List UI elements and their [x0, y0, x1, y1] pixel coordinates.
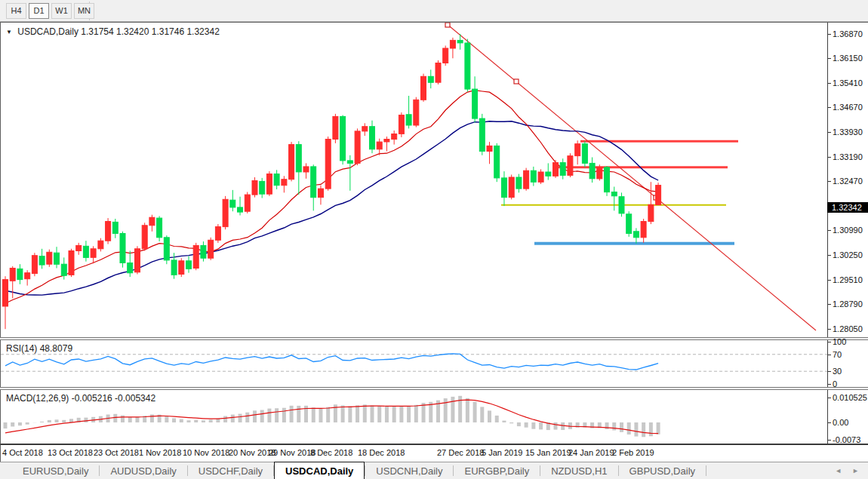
candle — [597, 167, 602, 179]
candle — [582, 144, 587, 164]
candle — [157, 218, 162, 238]
candle — [179, 261, 184, 275]
tab-usdcnh[interactable]: USDCNH,Daily — [365, 462, 453, 479]
price-axis-label: 1.36870 — [833, 29, 863, 38]
trendline[interactable] — [445, 23, 816, 330]
trendline-handle[interactable] — [514, 79, 519, 84]
candle — [69, 251, 74, 275]
candle — [98, 241, 103, 249]
price-chart-panel[interactable]: 1.368701.361501.354101.346701.339301.331… — [0, 22, 868, 337]
candle — [311, 167, 316, 198]
tab-eurusd[interactable]: EURUSD,Daily — [12, 462, 99, 479]
tab-separator — [706, 465, 706, 476]
candlestick-chart[interactable] — [1, 23, 827, 338]
candle — [266, 174, 272, 195]
macd-axis-label: -0.0073 — [833, 435, 860, 444]
chart-title: ▼ USDCAD,Daily 1.31754 1.32420 1.31746 1… — [6, 26, 220, 37]
candle — [641, 222, 646, 238]
scroll-right-icon[interactable]: ► — [852, 467, 859, 474]
price-axis-label: 1.30990 — [833, 226, 863, 235]
date-axis: 4 Oct 201813 Oct 201823 Oct 20181 Nov 20… — [0, 445, 868, 462]
candle — [128, 263, 133, 273]
candle — [465, 43, 470, 89]
chevron-down-icon: ▼ — [6, 29, 12, 35]
date-label: 13 Oct 2018 — [48, 448, 93, 457]
candle — [333, 116, 338, 139]
rsi-panel[interactable]: 10070300 RSI(14) 48.8079 — [0, 340, 868, 387]
scroll-left-icon[interactable]: ◄ — [835, 467, 842, 474]
date-label: 24 Jan 2019 — [568, 448, 614, 457]
candle — [560, 163, 565, 176]
candle — [421, 76, 426, 100]
date-label: 1 Nov 2018 — [139, 448, 181, 457]
candle — [17, 269, 23, 279]
timeframe-button-w1[interactable]: W1 — [51, 3, 72, 19]
tab-nzdusd[interactable]: NZDUSD,H1 — [540, 462, 617, 479]
tabbar-spacer — [0, 462, 12, 479]
candle — [186, 261, 192, 269]
candle — [619, 197, 624, 213]
date-label: 8 Dec 2018 — [310, 448, 352, 457]
candle — [656, 186, 661, 205]
candle — [215, 227, 220, 241]
tab-scroll-arrows: ◄► — [835, 462, 868, 479]
timeframe-button-h4[interactable]: H4 — [6, 3, 26, 19]
tab-usdchf[interactable]: USDCHF,Daily — [188, 462, 273, 479]
macd-axis-label: 0.010525 — [833, 393, 867, 402]
trendline-handle[interactable] — [445, 23, 450, 27]
candle — [633, 232, 639, 238]
candle — [479, 118, 485, 151]
candle — [303, 167, 309, 172]
date-label: 5 Jan 2019 — [482, 448, 522, 457]
candle — [553, 163, 559, 177]
candle — [245, 195, 250, 211]
date-label: 18 Dec 2018 — [358, 448, 405, 457]
tab-gbpusd[interactable]: GBPUSD,Daily — [619, 462, 706, 479]
candle — [524, 170, 529, 189]
trading-terminal: H4D1W1MN 1.368701.361501.354101.346701.3… — [0, 0, 868, 479]
candle — [47, 252, 52, 264]
candle — [296, 145, 301, 172]
candle — [135, 249, 140, 272]
candle — [289, 145, 294, 180]
tab-audusd[interactable]: AUDUSD,Daily — [100, 462, 186, 479]
candle — [568, 156, 573, 176]
tab-usdcad[interactable]: USDCAD,Daily — [274, 462, 365, 479]
candle — [340, 116, 346, 161]
candle — [399, 115, 404, 134]
chart-title-ohlc: 1.31754 1.32420 1.31746 1.32342 — [81, 26, 220, 37]
ma-fast-line — [5, 91, 658, 304]
macd-panel[interactable]: 0.0105250.00-0.0073 MACD(12,26,9) -0.005… — [0, 390, 868, 445]
candle — [76, 245, 82, 250]
timeframe-button-mn[interactable]: MN — [74, 3, 94, 19]
price-axis-label: 1.30250 — [833, 250, 863, 259]
candle — [443, 48, 448, 63]
candle — [91, 249, 96, 258]
candles-group — [3, 34, 661, 329]
candle — [392, 134, 397, 140]
macd-label: MACD(12,26,9) -0.005216 -0.005342 — [6, 393, 155, 404]
candle — [120, 234, 125, 263]
timeframe-button-d1[interactable]: D1 — [29, 3, 49, 19]
candle — [589, 163, 595, 178]
current-price-badge: 1.32342 — [827, 202, 868, 213]
rsi-axis-label: 70 — [833, 350, 842, 359]
candle — [648, 204, 654, 221]
macd-axis-label: 0.00 — [833, 418, 848, 427]
candle — [502, 178, 507, 198]
candle — [201, 245, 206, 258]
candle — [230, 200, 235, 207]
candle — [260, 181, 265, 194]
candle — [626, 214, 632, 234]
tab-eurgbp[interactable]: EURGBP,Daily — [454, 462, 540, 479]
candle — [546, 172, 551, 176]
ma-slow-line — [5, 121, 658, 295]
candle — [282, 180, 287, 186]
rsi-axis-label: 100 — [833, 337, 846, 346]
candle — [347, 161, 352, 164]
price-axis-label: 1.32470 — [833, 177, 863, 186]
rsi-chart[interactable] — [1, 340, 827, 387]
candle — [112, 222, 118, 233]
candle — [457, 40, 463, 43]
date-label: 4 Oct 2018 — [2, 448, 43, 457]
